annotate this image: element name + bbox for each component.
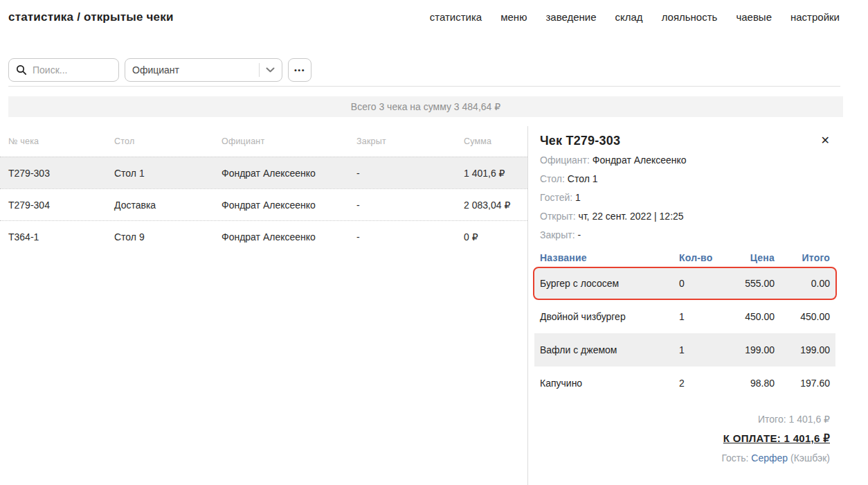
item-qty: 1: [679, 311, 720, 322]
cell-receipt-number: T279-304: [8, 200, 114, 211]
waiter-filter-label: Официант: [132, 64, 259, 76]
guest-note: (Кэшбэк): [790, 452, 830, 464]
guest-line: Гость: Серфер (Кэшбэк): [540, 452, 830, 464]
cell-amount: 2 083,04 ₽: [464, 200, 527, 211]
table-row-receipt-T364-1[interactable]: T364-1 Стол 9 Фондрат Алексеенко - 0 ₽: [0, 220, 527, 252]
cell-closed: -: [356, 168, 464, 179]
toolbar: Официант •••: [8, 58, 868, 82]
item-total: 0.00: [775, 278, 830, 289]
item-name: Бургер с лососем: [540, 278, 679, 289]
table-row-receipt-T279-304[interactable]: T279-304 Доставка Фондрат Алексеенко - 2…: [0, 188, 527, 220]
breadcrumb[interactable]: статистика / открытые чеки: [8, 10, 174, 25]
cell-closed: -: [356, 231, 464, 242]
col-table: Стол: [114, 136, 221, 146]
items-table-header: Название Кол-во Цена Итого: [540, 249, 830, 267]
ellipsis-icon: •••: [294, 66, 305, 74]
detail-label: Открыт:: [540, 211, 576, 222]
col-amount: Сумма: [464, 136, 527, 146]
detail-value: -: [577, 229, 581, 240]
detail-label: Закрыт:: [540, 229, 575, 240]
receipts-table: № чека Стол Официант Закрыт Сумма T279-3…: [0, 126, 527, 485]
subtotal-line: Итого: 1 401,6 ₽: [540, 414, 830, 425]
detail-waiter: Официант: Фондрат Алексеенко: [540, 155, 830, 166]
toolbar-divider: [8, 86, 840, 87]
item-price: 199.00: [720, 344, 775, 355]
cell-waiter: Фондрат Алексеенко: [221, 231, 356, 242]
item-name: Вафли с джемом: [540, 344, 679, 355]
detail-value: Фондрат Алексеенко: [593, 155, 687, 166]
col-item-qty: Кол-во: [679, 252, 720, 263]
cell-amount: 1 401,6 ₽: [464, 168, 527, 179]
item-row-highlighted: Бургер с лососем 0 555.00 0.00: [533, 267, 837, 300]
item-total: 450.00: [775, 311, 830, 322]
item-total: 199.00: [775, 344, 830, 355]
top-nav: статистика меню заведение склад лояльнос…: [430, 10, 840, 25]
cell-receipt-number: T279-303: [8, 168, 114, 179]
app-header: статистика / открытые чеки статистика ме…: [0, 0, 868, 25]
detail-value: Стол 1: [568, 173, 598, 184]
col-closed: Закрыт: [356, 136, 464, 146]
item-name: Двойной чизбургер: [540, 311, 679, 322]
item-row: Вафли с джемом 1 199.00 199.00: [534, 333, 835, 367]
cell-closed: -: [356, 200, 464, 211]
search-icon: [16, 64, 27, 76]
item-price: 98.80: [720, 378, 775, 389]
item-name: Капучино: [540, 378, 679, 389]
detail-opened: Открыт: чт, 22 сент. 2022 | 12:25: [540, 211, 830, 222]
item-row: Капучино 2 98.80 197.60: [534, 367, 835, 400]
col-item-price: Цена: [720, 252, 775, 263]
col-item-total: Итого: [775, 252, 830, 263]
item-row: Двойной чизбургер 1 450.00 450.00: [534, 300, 835, 333]
col-waiter: Официант: [221, 136, 356, 146]
cell-table: Доставка: [114, 200, 221, 211]
nav-item-warehouse[interactable]: склад: [615, 10, 643, 25]
nav-item-venue[interactable]: заведение: [545, 10, 596, 25]
summary-banner: Всего 3 чека на сумму 3 484,64 ₽: [8, 96, 843, 117]
nav-item-loyalty[interactable]: лояльность: [662, 10, 718, 25]
breadcrumb-text[interactable]: статистика / открытые чеки: [8, 10, 174, 24]
col-item-name: Название: [540, 252, 679, 263]
to-pay-line: К ОПЛАТЕ: 1 401,6 ₽: [540, 433, 830, 444]
detail-label: Гостей:: [540, 192, 572, 203]
item-qty: 1: [679, 344, 720, 355]
receipt-totals: Итого: 1 401,6 ₽ К ОПЛАТЕ: 1 401,6 ₽ Гос…: [540, 414, 830, 464]
detail-guests: Гостей: 1: [540, 193, 830, 203]
item-price: 555.00: [720, 278, 775, 289]
detail-value: 1: [575, 192, 581, 203]
chevron-down-icon: [266, 67, 275, 73]
detail-label: Стол:: [540, 173, 565, 184]
item-price: 450.00: [720, 311, 775, 322]
receipt-detail-panel: Чек T279-303 ✕ Официант: Фондрат Алексее…: [527, 126, 868, 485]
detail-closed: Закрыт: -: [540, 230, 830, 240]
cell-waiter: Фондрат Алексеенко: [221, 168, 356, 179]
receipts-table-header: № чека Стол Официант Закрыт Сумма: [0, 126, 527, 157]
content: № чека Стол Официант Закрыт Сумма T279-3…: [0, 126, 868, 485]
cell-waiter: Фондрат Алексеенко: [221, 200, 356, 211]
close-icon[interactable]: ✕: [821, 135, 830, 146]
cell-table: Стол 1: [114, 168, 221, 179]
guest-label: Гость:: [721, 452, 748, 464]
item-total: 197.60: [775, 378, 830, 389]
nav-item-menu[interactable]: меню: [500, 10, 527, 25]
cell-receipt-number: T364-1: [8, 231, 114, 242]
more-options-button[interactable]: •••: [288, 58, 311, 82]
cell-table: Стол 9: [114, 231, 221, 242]
table-row-receipt-T279-303[interactable]: T279-303 Стол 1 Фондрат Алексеенко - 1 4…: [0, 157, 527, 188]
panel-header: Чек T279-303 ✕: [540, 133, 830, 148]
guest-name-link[interactable]: Серфер: [751, 452, 788, 464]
nav-item-statistics[interactable]: статистика: [430, 10, 482, 25]
detail-value: чт, 22 сент. 2022 | 12:25: [578, 211, 683, 222]
nav-item-settings[interactable]: настройки: [790, 10, 840, 25]
item-qty: 2: [679, 378, 720, 389]
cell-amount: 0 ₽: [464, 231, 527, 242]
search-input[interactable]: [33, 64, 111, 76]
detail-table: Стол: Стол 1: [540, 174, 830, 184]
search-box[interactable]: [8, 58, 119, 82]
dropdown-divider: [259, 63, 260, 77]
detail-label: Официант:: [540, 155, 590, 166]
nav-item-tips[interactable]: чаевые: [736, 10, 772, 25]
receipt-details: Официант: Фондрат Алексеенко Стол: Стол …: [540, 155, 830, 240]
waiter-filter-dropdown[interactable]: Официант: [125, 58, 282, 82]
item-qty: 0: [679, 278, 720, 289]
summary-banner-text: Всего 3 чека на сумму 3 484,64 ₽: [351, 101, 500, 112]
